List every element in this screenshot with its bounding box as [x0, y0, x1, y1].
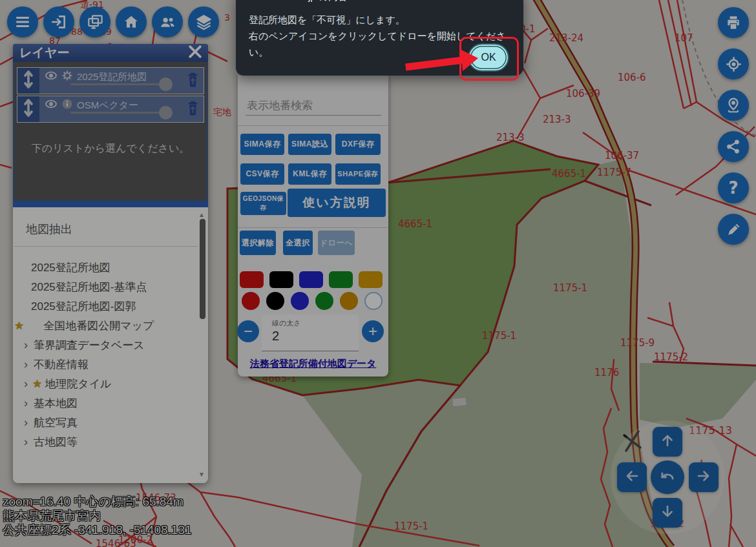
alert-dialog: jp の内容 登記所地図を「不可視」にします。 右のペンアイコンをクリックしてド… [236, 0, 523, 76]
dialog-title-fragment: jp の内容 [308, 0, 348, 3]
app-window: 道-918887道-8930-1213-24107106-6106-39213-… [0, 0, 756, 547]
ok-button[interactable]: OK [468, 43, 509, 72]
dialog-message-line1: 登記所地図を「不可視」にします。 [249, 12, 523, 28]
dim-overlay [0, 0, 756, 547]
